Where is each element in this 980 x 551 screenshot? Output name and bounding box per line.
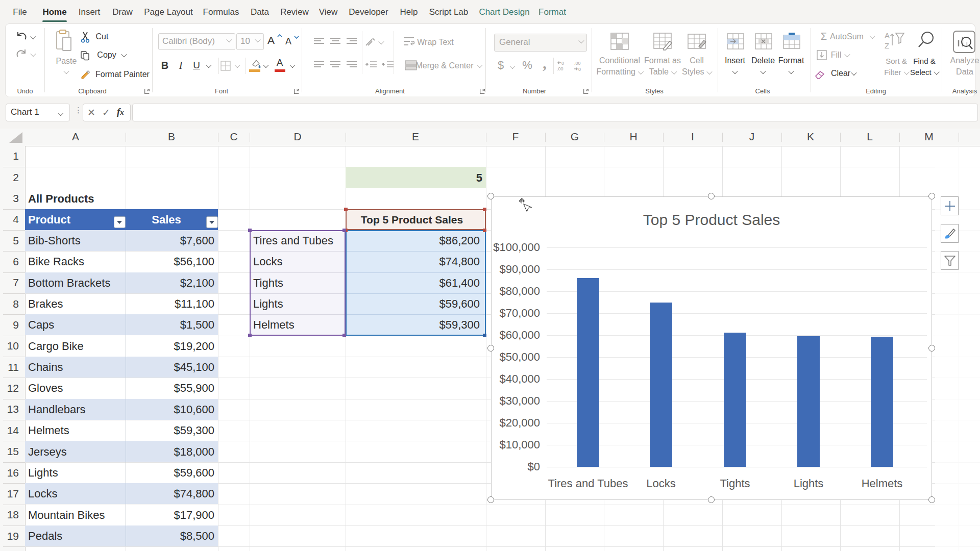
svg-text:.00: .00	[557, 66, 564, 71]
svg-text:A: A	[885, 31, 890, 40]
svg-text:.00: .00	[574, 61, 581, 66]
svg-text:0: 0	[578, 67, 581, 72]
svg-text:0: 0	[561, 61, 564, 66]
svg-text:Z: Z	[885, 41, 889, 50]
